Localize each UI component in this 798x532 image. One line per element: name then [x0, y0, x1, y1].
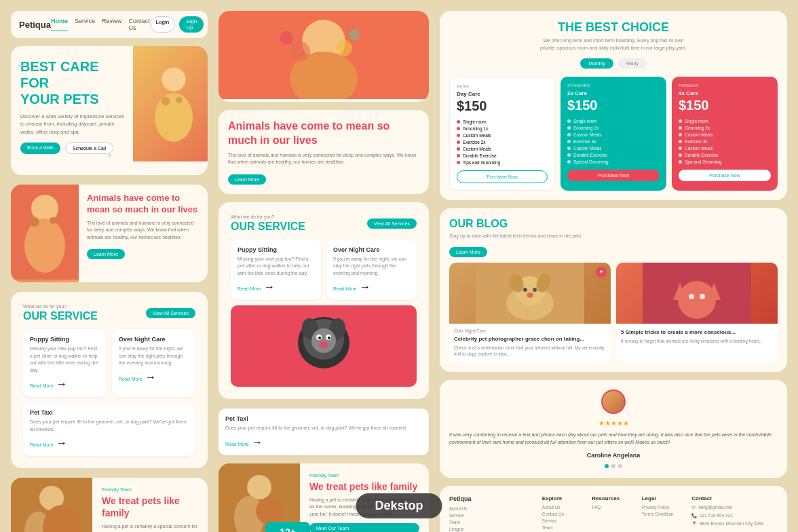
footer-grid: Petiqua About Us Service Team League Bio…	[449, 495, 778, 532]
service-title: OUR SERVICE	[23, 310, 98, 322]
service-puppy-title: Puppy Sitting	[30, 336, 100, 343]
mid-family-image: 12+ Years Experience	[218, 463, 300, 532]
right-blog-cat-img	[616, 263, 778, 324]
puppy-read-more[interactable]: Read More	[30, 383, 54, 388]
service-overnight-text: If you're away for the night, we can sta…	[119, 345, 189, 367]
footer-explore-service[interactable]: Service	[542, 518, 585, 523]
mid-animals-section: Animals have come to mean so much in our…	[218, 110, 429, 194]
nav-link-service[interactable]: Service	[75, 18, 95, 31]
dot-3[interactable]	[618, 464, 622, 468]
svg-point-7	[30, 217, 39, 227]
right-monthly-toggle[interactable]: Monthly	[580, 58, 613, 69]
right-blog-corgi-text: Check in at a veterinarian clinic that y…	[454, 345, 606, 358]
testimonial-author-wrap: Caroline Angelana	[449, 452, 778, 459]
footer-explore-team[interactable]: Team	[542, 525, 585, 530]
footer-faq[interactable]: FAQ	[592, 505, 634, 510]
footer-service[interactable]: Service	[449, 513, 535, 518]
mid-hero-svg	[218, 11, 429, 99]
rs-f6: Durable Exercise	[567, 153, 660, 157]
mid-taxi-card: Pet Taxi Does your pet require lift to t…	[218, 408, 429, 455]
footer-about-us[interactable]: About Us	[449, 506, 535, 511]
dot-1[interactable]	[605, 464, 609, 468]
right-blog-learn[interactable]: Learn More	[449, 247, 487, 257]
mid-puppy-text: Missing your new pup too? Find a pet sit…	[238, 256, 314, 278]
svg-point-3	[176, 97, 183, 104]
mid-overnight-text: If you're away for the night, we can sta…	[333, 256, 410, 278]
right-prem-price: $150	[679, 98, 771, 113]
right-blog-overnight-label: Over Night Care	[454, 328, 606, 333]
right-basic-btn[interactable]: Purchase Now	[457, 170, 548, 183]
right-pricing-basic: Basic Day Care $150 Single room Grooming…	[449, 77, 555, 191]
svg-point-35	[318, 337, 321, 339]
svg-point-37	[319, 341, 328, 348]
right-blog-corgi: ♥ Over Night Care Celebrity pet photogra…	[449, 263, 611, 363]
learn-more-button[interactable]: Learn More	[87, 249, 125, 259]
footer-explore-about[interactable]: About Us	[542, 505, 585, 510]
testimonial-text: It was very comforting to receive a text…	[449, 431, 778, 446]
service-card-puppy: Puppy Sitting Missing your new pup too? …	[23, 329, 107, 397]
animals-title: Animals have come to mean so much in our…	[87, 193, 200, 216]
mid-puppy-read-more[interactable]: Read More	[238, 286, 261, 291]
footer-explore-contact[interactable]: Contact Us	[542, 512, 585, 516]
service-overnight-title: Over Night Care	[119, 336, 189, 343]
mid-taxi-read-more[interactable]: Read More	[225, 442, 249, 446]
svg-point-27	[349, 29, 360, 40]
mid-view-all[interactable]: View All Services	[367, 218, 417, 229]
mid-service-title: OUR SERVICE	[231, 221, 305, 233]
right-blog-grid: ♥ Over Night Care Celebrity pet photogra…	[449, 263, 778, 363]
rb-f7: Tips and Grooming	[457, 160, 548, 165]
mid-experience-badge: 12+ Years Experience	[265, 522, 310, 532]
right-blog-sub: Stay up to date with the latest tech tre…	[449, 233, 778, 240]
right-testimonial: ★★★★★ It was very comforting to receive …	[440, 380, 787, 477]
rs-f7: Special Grooming	[567, 159, 660, 164]
right-pricing-premium: Premium 4x Care $150 Single room Groomin…	[672, 77, 778, 191]
signup-button[interactable]: Sign Up	[179, 16, 204, 33]
family-label: Friendly Team	[102, 487, 198, 492]
right-prem-btn[interactable]: Purchase Now	[679, 170, 771, 181]
navbar: Petiqua Home Service Review Contact Us L…	[11, 11, 208, 38]
service-card-overnight: Over Night Care If you're away for the n…	[112, 329, 195, 397]
right-corgi-heart: ♥	[596, 267, 607, 278]
right-std-btn[interactable]: Purchase Now	[567, 170, 660, 181]
book-walk-button[interactable]: Book a Walk	[20, 142, 60, 154]
right-blog-title: OUR BLOG	[449, 218, 778, 230]
testimonial-dots	[449, 464, 778, 468]
footer-privacy[interactable]: Privacy Policy	[642, 505, 685, 510]
footer-league[interactable]: League	[449, 527, 535, 531]
rb-f2: Grooming 1x	[457, 126, 548, 131]
overnight-read-more[interactable]: Read More	[119, 377, 142, 381]
footer-legal-col: Legal Privacy Policy Terms Condition	[642, 495, 685, 532]
mid-overnight-title: Over Night Care	[333, 246, 410, 253]
footer-email: ✉ betty@gmail.com	[691, 505, 778, 510]
testimonial-avatar-wrapper	[449, 390, 778, 414]
right-std-type: 2x Care	[567, 90, 660, 96]
mid-learn-more[interactable]: Learn More	[228, 174, 266, 185]
svg-point-49	[527, 292, 533, 298]
right-toggle-btns: Monthly Yearly	[449, 58, 778, 69]
footer-brand-name: Petiqua	[449, 495, 535, 502]
family-photo	[11, 478, 92, 532]
nav-link-home[interactable]: Home	[51, 18, 68, 31]
decorative-plus-1: +	[18, 60, 24, 72]
right-pricing-cards: Basic Day Care $150 Single room Grooming…	[449, 77, 778, 191]
mid-overnight-read-more[interactable]: Read More	[333, 286, 357, 291]
mid-dog-svg	[283, 305, 364, 387]
nav-link-review[interactable]: Review	[102, 18, 122, 31]
mid-service-header: What we do for you? OUR SERVICE View All…	[231, 214, 417, 233]
footer-team[interactable]: Team	[449, 520, 535, 525]
mid-badge-number: 12+	[271, 526, 305, 532]
footer-contact-col: Contact ✉ betty@gmail.com 📞 021 518 664 …	[691, 495, 778, 532]
corgi-svg	[449, 263, 611, 324]
mid-family-title: We treat pets like family	[309, 480, 419, 493]
view-all-button[interactable]: View All Services	[146, 308, 195, 318]
login-button[interactable]: Login	[150, 16, 176, 33]
mid-service-overnight: Over Night Care If you're away for the n…	[326, 240, 417, 301]
footer-terms[interactable]: Terms Condition	[642, 512, 685, 516]
mid-meet-team[interactable]: Meet Our Team	[309, 523, 419, 532]
right-yearly-toggle[interactable]: Yearly	[618, 58, 647, 69]
nav-link-contact[interactable]: Contact Us	[129, 18, 150, 31]
taxi-read-more[interactable]: Read More	[30, 442, 54, 447]
footer-resources-title: Resources	[592, 495, 634, 501]
dot-2[interactable]	[611, 464, 615, 468]
right-blog-corgi-title: Celebrity pet photographer grace chon on…	[454, 335, 606, 343]
